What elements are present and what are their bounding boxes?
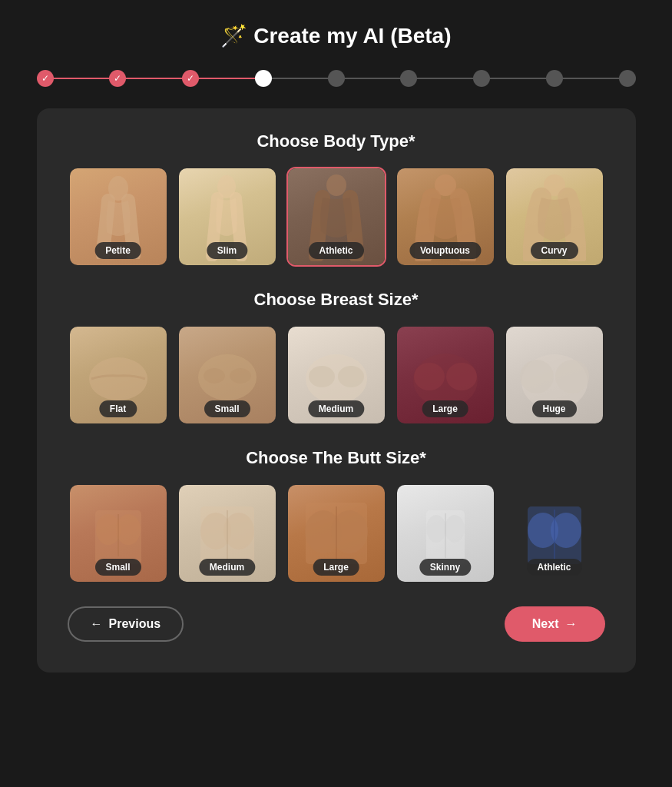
svg-point-20 [116,514,141,545]
svg-point-17 [555,360,589,394]
butt-size-title: Choose The Butt Size* [68,448,605,468]
body-type-voluptuous[interactable]: Voluptuous [396,167,495,267]
butt-size-athletic[interactable]: Athletic [505,483,604,583]
butt-size-large[interactable]: Large [286,483,386,583]
body-type-curvy[interactable]: Curvy [505,167,604,267]
butt-large-label: Large [313,559,359,576]
body-type-title: Choose Body Type* [68,131,605,151]
progress-bar-container: ✓ ✓ ✓ [37,70,636,87]
breast-huge-label: Huge [532,400,577,417]
breast-size-flat[interactable]: Flat [68,325,168,425]
body-type-grid: Petite Slim [68,167,605,267]
progress-dot-4[interactable] [255,70,272,87]
page-title: 🪄 Create my AI (Beta) [220,23,451,48]
butt-athletic-label: Athletic [526,559,581,576]
body-curvy-label: Curvy [530,242,578,259]
svg-point-31 [426,515,446,543]
main-card: Choose Body Type* Petite [37,108,636,672]
butt-small-label: Small [94,559,141,576]
svg-point-14 [446,363,477,390]
progress-dots: ✓ ✓ ✓ [37,70,636,87]
body-slim-label: Slim [207,242,247,259]
previous-button[interactable]: ← Previous [68,606,184,642]
breast-large-label: Large [422,400,468,417]
butt-skinny-label: Skinny [419,559,471,576]
breast-size-huge[interactable]: Huge [505,325,604,425]
progress-dot-5[interactable] [328,70,345,87]
breast-small-label: Small [204,400,250,417]
breast-flat-label: Flat [99,400,137,417]
breast-size-medium[interactable]: Medium [286,325,386,425]
next-button[interactable]: Next → [505,606,605,642]
butt-medium-label: Medium [199,559,255,576]
butt-size-small[interactable]: Small [68,483,168,583]
next-label: Next [532,617,559,631]
progress-dot-8[interactable] [546,70,563,87]
body-athletic-label: Athletic [308,242,363,259]
body-type-petite[interactable]: Petite [68,167,168,267]
butt-size-medium[interactable]: Medium [177,483,277,583]
svg-point-16 [520,360,554,394]
progress-dot-2[interactable]: ✓ [109,70,126,87]
next-arrow-icon: → [565,617,578,631]
progress-dot-6[interactable] [400,70,417,87]
progress-dot-3[interactable]: ✓ [182,70,199,87]
breast-size-grid: Flat Small Medium [68,325,605,425]
body-voluptuous-label: Voluptuous [409,242,481,259]
butt-size-skinny[interactable]: Skinny [396,483,495,583]
svg-point-7 [204,368,225,384]
progress-dot-9[interactable] [619,70,636,87]
svg-point-11 [338,366,364,387]
body-type-athletic[interactable]: Athletic [286,167,386,267]
svg-point-13 [414,363,445,390]
svg-point-2 [326,174,346,196]
body-type-slim[interactable]: Slim [177,167,277,267]
breast-size-small[interactable]: Small [177,325,277,425]
svg-point-32 [445,515,465,543]
svg-point-10 [309,366,335,387]
previous-label: Previous [109,617,161,631]
progress-dot-7[interactable] [473,70,490,87]
progress-dot-1[interactable]: ✓ [37,70,54,87]
breast-size-title: Choose Breast Size* [68,290,605,310]
footer-buttons: ← Previous Next → [68,606,605,642]
breast-size-large[interactable]: Large [396,325,495,425]
body-petite-label: Petite [94,242,141,259]
prev-arrow-icon: ← [91,617,103,631]
svg-point-5 [89,357,147,400]
svg-point-8 [230,368,251,384]
butt-size-grid: Small Medium [68,483,605,583]
breast-medium-label: Medium [308,400,364,417]
